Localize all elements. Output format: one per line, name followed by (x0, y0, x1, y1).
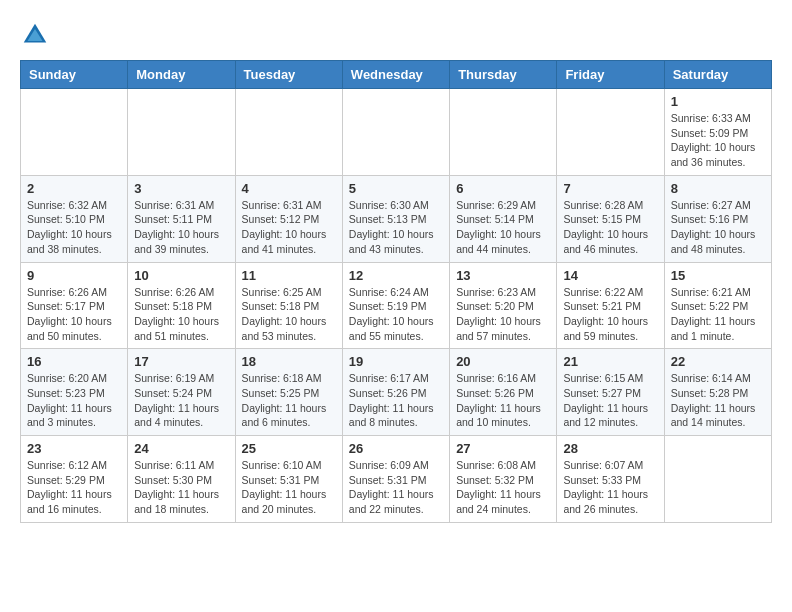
column-header-tuesday: Tuesday (235, 61, 342, 89)
day-info: Sunrise: 6:33 AM Sunset: 5:09 PM Dayligh… (671, 111, 765, 170)
day-info: Sunrise: 6:20 AM Sunset: 5:23 PM Dayligh… (27, 371, 121, 430)
calendar-cell: 14Sunrise: 6:22 AM Sunset: 5:21 PM Dayli… (557, 262, 664, 349)
day-number: 21 (563, 354, 657, 369)
day-number: 20 (456, 354, 550, 369)
day-number: 17 (134, 354, 228, 369)
calendar-cell: 5Sunrise: 6:30 AM Sunset: 5:13 PM Daylig… (342, 175, 449, 262)
calendar-cell: 2Sunrise: 6:32 AM Sunset: 5:10 PM Daylig… (21, 175, 128, 262)
day-info: Sunrise: 6:26 AM Sunset: 5:17 PM Dayligh… (27, 285, 121, 344)
calendar-cell: 11Sunrise: 6:25 AM Sunset: 5:18 PM Dayli… (235, 262, 342, 349)
column-header-monday: Monday (128, 61, 235, 89)
calendar-cell (557, 89, 664, 176)
day-info: Sunrise: 6:07 AM Sunset: 5:33 PM Dayligh… (563, 458, 657, 517)
day-number: 13 (456, 268, 550, 283)
day-info: Sunrise: 6:11 AM Sunset: 5:30 PM Dayligh… (134, 458, 228, 517)
calendar-cell: 13Sunrise: 6:23 AM Sunset: 5:20 PM Dayli… (450, 262, 557, 349)
column-header-sunday: Sunday (21, 61, 128, 89)
calendar-cell (342, 89, 449, 176)
day-info: Sunrise: 6:08 AM Sunset: 5:32 PM Dayligh… (456, 458, 550, 517)
day-info: Sunrise: 6:29 AM Sunset: 5:14 PM Dayligh… (456, 198, 550, 257)
day-number: 12 (349, 268, 443, 283)
column-header-wednesday: Wednesday (342, 61, 449, 89)
day-number: 8 (671, 181, 765, 196)
calendar-cell: 10Sunrise: 6:26 AM Sunset: 5:18 PM Dayli… (128, 262, 235, 349)
day-info: Sunrise: 6:15 AM Sunset: 5:27 PM Dayligh… (563, 371, 657, 430)
day-info: Sunrise: 6:14 AM Sunset: 5:28 PM Dayligh… (671, 371, 765, 430)
calendar-cell: 4Sunrise: 6:31 AM Sunset: 5:12 PM Daylig… (235, 175, 342, 262)
day-info: Sunrise: 6:32 AM Sunset: 5:10 PM Dayligh… (27, 198, 121, 257)
calendar-cell (128, 89, 235, 176)
day-info: Sunrise: 6:31 AM Sunset: 5:12 PM Dayligh… (242, 198, 336, 257)
calendar-cell: 21Sunrise: 6:15 AM Sunset: 5:27 PM Dayli… (557, 349, 664, 436)
calendar-cell (235, 89, 342, 176)
day-number: 3 (134, 181, 228, 196)
calendar-cell: 27Sunrise: 6:08 AM Sunset: 5:32 PM Dayli… (450, 436, 557, 523)
day-info: Sunrise: 6:24 AM Sunset: 5:19 PM Dayligh… (349, 285, 443, 344)
calendar-table: SundayMondayTuesdayWednesdayThursdayFrid… (20, 60, 772, 523)
day-info: Sunrise: 6:23 AM Sunset: 5:20 PM Dayligh… (456, 285, 550, 344)
column-header-saturday: Saturday (664, 61, 771, 89)
day-number: 16 (27, 354, 121, 369)
day-number: 19 (349, 354, 443, 369)
calendar-cell: 18Sunrise: 6:18 AM Sunset: 5:25 PM Dayli… (235, 349, 342, 436)
calendar-cell: 6Sunrise: 6:29 AM Sunset: 5:14 PM Daylig… (450, 175, 557, 262)
calendar-week-row: 1Sunrise: 6:33 AM Sunset: 5:09 PM Daylig… (21, 89, 772, 176)
day-number: 26 (349, 441, 443, 456)
calendar-week-row: 9Sunrise: 6:26 AM Sunset: 5:17 PM Daylig… (21, 262, 772, 349)
calendar-cell: 17Sunrise: 6:19 AM Sunset: 5:24 PM Dayli… (128, 349, 235, 436)
calendar-cell: 15Sunrise: 6:21 AM Sunset: 5:22 PM Dayli… (664, 262, 771, 349)
calendar-header-row: SundayMondayTuesdayWednesdayThursdayFrid… (21, 61, 772, 89)
calendar-week-row: 16Sunrise: 6:20 AM Sunset: 5:23 PM Dayli… (21, 349, 772, 436)
day-info: Sunrise: 6:09 AM Sunset: 5:31 PM Dayligh… (349, 458, 443, 517)
column-header-thursday: Thursday (450, 61, 557, 89)
day-info: Sunrise: 6:17 AM Sunset: 5:26 PM Dayligh… (349, 371, 443, 430)
day-info: Sunrise: 6:18 AM Sunset: 5:25 PM Dayligh… (242, 371, 336, 430)
calendar-cell: 7Sunrise: 6:28 AM Sunset: 5:15 PM Daylig… (557, 175, 664, 262)
calendar-cell: 22Sunrise: 6:14 AM Sunset: 5:28 PM Dayli… (664, 349, 771, 436)
day-number: 27 (456, 441, 550, 456)
calendar-cell: 1Sunrise: 6:33 AM Sunset: 5:09 PM Daylig… (664, 89, 771, 176)
logo-icon (20, 20, 50, 50)
day-info: Sunrise: 6:28 AM Sunset: 5:15 PM Dayligh… (563, 198, 657, 257)
day-number: 2 (27, 181, 121, 196)
day-number: 28 (563, 441, 657, 456)
day-number: 1 (671, 94, 765, 109)
calendar-cell: 26Sunrise: 6:09 AM Sunset: 5:31 PM Dayli… (342, 436, 449, 523)
calendar-cell: 25Sunrise: 6:10 AM Sunset: 5:31 PM Dayli… (235, 436, 342, 523)
logo (20, 20, 54, 50)
day-number: 23 (27, 441, 121, 456)
calendar-cell (664, 436, 771, 523)
calendar-cell: 12Sunrise: 6:24 AM Sunset: 5:19 PM Dayli… (342, 262, 449, 349)
calendar-cell: 19Sunrise: 6:17 AM Sunset: 5:26 PM Dayli… (342, 349, 449, 436)
day-info: Sunrise: 6:19 AM Sunset: 5:24 PM Dayligh… (134, 371, 228, 430)
calendar-week-row: 23Sunrise: 6:12 AM Sunset: 5:29 PM Dayli… (21, 436, 772, 523)
calendar-cell: 9Sunrise: 6:26 AM Sunset: 5:17 PM Daylig… (21, 262, 128, 349)
day-number: 6 (456, 181, 550, 196)
calendar-cell: 20Sunrise: 6:16 AM Sunset: 5:26 PM Dayli… (450, 349, 557, 436)
day-number: 24 (134, 441, 228, 456)
day-info: Sunrise: 6:21 AM Sunset: 5:22 PM Dayligh… (671, 285, 765, 344)
calendar-cell: 8Sunrise: 6:27 AM Sunset: 5:16 PM Daylig… (664, 175, 771, 262)
day-number: 9 (27, 268, 121, 283)
day-info: Sunrise: 6:12 AM Sunset: 5:29 PM Dayligh… (27, 458, 121, 517)
calendar-cell (450, 89, 557, 176)
day-info: Sunrise: 6:16 AM Sunset: 5:26 PM Dayligh… (456, 371, 550, 430)
day-info: Sunrise: 6:30 AM Sunset: 5:13 PM Dayligh… (349, 198, 443, 257)
calendar-cell: 28Sunrise: 6:07 AM Sunset: 5:33 PM Dayli… (557, 436, 664, 523)
day-number: 15 (671, 268, 765, 283)
calendar-cell: 16Sunrise: 6:20 AM Sunset: 5:23 PM Dayli… (21, 349, 128, 436)
day-info: Sunrise: 6:31 AM Sunset: 5:11 PM Dayligh… (134, 198, 228, 257)
day-number: 11 (242, 268, 336, 283)
calendar-cell: 23Sunrise: 6:12 AM Sunset: 5:29 PM Dayli… (21, 436, 128, 523)
calendar-cell: 24Sunrise: 6:11 AM Sunset: 5:30 PM Dayli… (128, 436, 235, 523)
day-number: 7 (563, 181, 657, 196)
day-info: Sunrise: 6:22 AM Sunset: 5:21 PM Dayligh… (563, 285, 657, 344)
day-number: 5 (349, 181, 443, 196)
column-header-friday: Friday (557, 61, 664, 89)
calendar-cell: 3Sunrise: 6:31 AM Sunset: 5:11 PM Daylig… (128, 175, 235, 262)
day-number: 14 (563, 268, 657, 283)
page-header (20, 20, 772, 50)
calendar-cell (21, 89, 128, 176)
day-info: Sunrise: 6:25 AM Sunset: 5:18 PM Dayligh… (242, 285, 336, 344)
day-number: 4 (242, 181, 336, 196)
